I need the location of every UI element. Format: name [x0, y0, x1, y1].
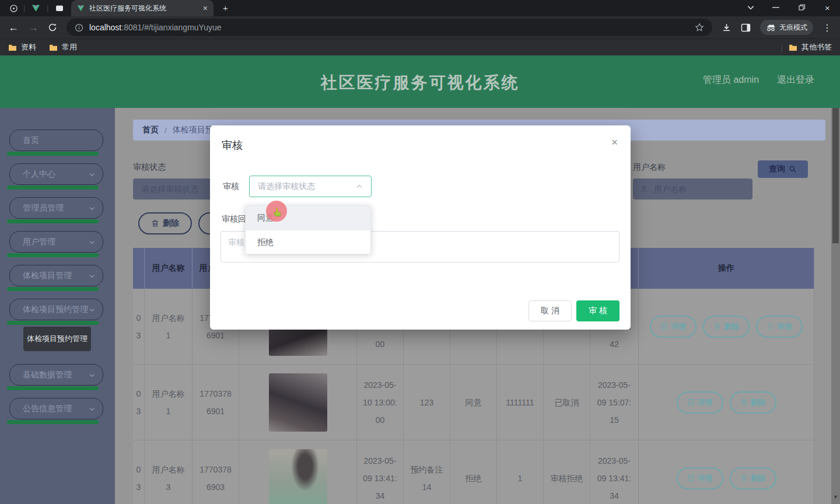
bookmark-item[interactable]: 资料 [8, 42, 36, 52]
download-icon[interactable] [722, 23, 732, 33]
click-indicator [266, 201, 287, 222]
tab-separator: | [23, 4, 25, 12]
refresh-icon[interactable] [48, 23, 57, 32]
table-cell-value: 用户名称1 [150, 309, 186, 344]
row-detail-button[interactable]: 详情 [677, 391, 723, 414]
tab-close-icon[interactable]: × [203, 4, 208, 12]
op-button-label: 详情 [671, 321, 686, 332]
username-filter-label: 用户名称 [633, 162, 666, 173]
folder-icon [49, 44, 58, 51]
trash-icon [740, 474, 748, 482]
table-header-cell: 用户名称 [145, 248, 192, 289]
table-cell-value: 2023-05-09 15:07:15 [596, 376, 632, 429]
chevron-up-icon [356, 183, 363, 190]
op-button-label: 详情 [698, 397, 713, 408]
row-delete-button[interactable]: 删除 [730, 391, 776, 414]
sidebar-item[interactable]: 个人中心 [9, 163, 103, 185]
other-bookmarks[interactable]: 其他书签 [789, 42, 832, 52]
window-minimize-button[interactable] [772, 7, 779, 8]
sidebar-item-label: 体检项目预约管理 [23, 304, 88, 315]
user-photo[interactable] [269, 373, 327, 432]
user-photo[interactable] [269, 449, 327, 504]
row-delete-button[interactable]: 删除 [703, 316, 750, 338]
trash-icon [151, 219, 159, 228]
folder-icon [789, 44, 797, 51]
sidebar-item[interactable]: 公告信息管理 [9, 398, 103, 419]
dialog-close-icon[interactable]: × [611, 136, 618, 149]
side-panel-icon[interactable] [741, 23, 751, 32]
search-button[interactable]: 查询 [758, 160, 808, 178]
table-cell-value: 同意 [456, 394, 491, 411]
table-cell-value: 2023-05-10 13:00:00 [363, 376, 397, 429]
vue-logo-icon[interactable] [32, 4, 40, 12]
scrollbar[interactable]: ▼ [831, 108, 840, 504]
screen: | | 社区医疗服务可视化系统 × + × ← → localhost:8081… [0, 0, 840, 504]
incognito-badge: 无痕模式 [760, 20, 813, 35]
breadcrumb-home[interactable]: 首页 [142, 125, 159, 135]
window-close-button[interactable]: × [825, 3, 830, 13]
sidebar-item[interactable]: 用户管理 [9, 231, 103, 253]
browser-menu-icon[interactable]: ⋮ [822, 22, 832, 33]
tab-title: 社区医疗服务可视化系统 [89, 4, 198, 13]
url-text: localhost:8081/#/tijianxiangmuYuyue [89, 23, 222, 32]
table-cell: 2023-05-09 13:41:34 [590, 440, 639, 504]
row-delete-button[interactable]: 删除 [730, 467, 776, 489]
chevron-down-icon [89, 406, 95, 412]
select-dropdown: 同意拒绝 [245, 205, 371, 254]
row-detail-button[interactable]: 详情 [650, 316, 696, 338]
sidebar-item-label: 首页 [23, 135, 39, 146]
scrollbar-thumb[interactable] [832, 108, 839, 243]
table-cell: 1111111 [497, 365, 544, 440]
new-tab-button[interactable]: + [223, 3, 228, 13]
pinned-tab-icon[interactable] [55, 4, 64, 12]
chevron-down-icon [89, 307, 95, 313]
confirm-review-button[interactable]: 审 核 [576, 300, 620, 321]
dropdown-option[interactable]: 同意 [246, 206, 370, 230]
sidebar-item[interactable]: 体检项目预约管理 [9, 299, 103, 320]
tab-search-chevron-icon[interactable] [747, 4, 755, 12]
table-cell: 审核拒绝 [544, 440, 590, 504]
table-cell-value: 用户名称1 [150, 385, 186, 420]
dropdown-option[interactable]: 拒绝 [246, 230, 370, 255]
sidebar-item-label: 个人中心 [23, 169, 55, 180]
table-cell-value: 已取消 [550, 394, 584, 411]
info-icon[interactable] [75, 23, 83, 32]
table-header-label: 用户名称 [152, 263, 185, 274]
back-icon[interactable]: ← [8, 22, 19, 34]
chevron-down-icon [89, 273, 95, 279]
table-cell-value: 审核拒绝 [550, 470, 584, 487]
table-cell-ops: 详情删除审核 [639, 289, 814, 364]
scrollbar-down-arrow-icon[interactable]: ▼ [833, 494, 838, 500]
chevron-down-icon [89, 239, 95, 246]
browser-tab[interactable]: 社区医疗服务可视化系统 × [71, 0, 214, 16]
table-cell-value: 1 [503, 470, 537, 487]
browser-toolbar: ← → localhost:8081/#/tijianxiangmuYuyue … [0, 16, 840, 38]
review-status-select[interactable]: 请选择审核状态 [249, 176, 372, 197]
username-filter-field[interactable] [633, 178, 752, 200]
sidebar-item[interactable]: 体检项目管理 [9, 265, 103, 286]
document-icon [687, 474, 695, 482]
sidebar-tooltip: 体检项目预约管理 [23, 327, 91, 351]
bookmark-star-icon[interactable] [695, 23, 704, 32]
table-cell: 预约备注14 [404, 440, 450, 504]
forward-icon[interactable]: → [28, 22, 38, 34]
table-cell: 2023-05-09 15:07:15 [590, 365, 639, 440]
sidebar-item[interactable]: 管理员管理 [9, 197, 103, 219]
window-restore-button[interactable] [798, 4, 806, 11]
username-filter-input[interactable] [653, 184, 746, 194]
op-button-label: 删除 [724, 321, 739, 332]
batch-delete-button[interactable]: 删除 [138, 212, 192, 235]
table-cell: 已取消 [544, 365, 590, 440]
logout-link[interactable]: 退出登录 [777, 74, 814, 86]
sidebar-item[interactable]: 首页 [9, 130, 103, 151]
row-detail-button[interactable]: 详情 [677, 467, 723, 489]
bookmark-item[interactable]: 常用 [49, 42, 77, 52]
globe-icon[interactable] [9, 4, 18, 13]
browser-titlebar: | | 社区医疗服务可视化系统 × + × [0, 0, 840, 16]
table-cell-value: 03 [136, 461, 141, 496]
sidebar-item[interactable]: 基础数据管理 [9, 364, 103, 386]
cancel-button[interactable]: 取 消 [528, 300, 572, 321]
url-bar[interactable]: localhost:8081/#/tijianxiangmuYuyue [66, 19, 712, 36]
row-review-button[interactable]: 审核 [756, 316, 803, 338]
op-button-label: 详情 [698, 473, 713, 484]
